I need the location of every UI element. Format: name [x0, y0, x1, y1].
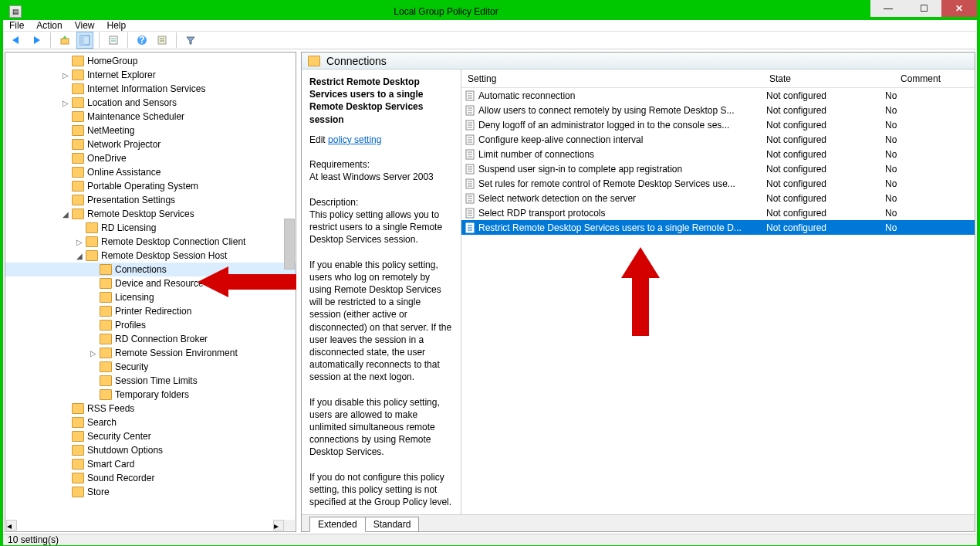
- menu-help[interactable]: Help: [107, 20, 127, 31]
- policy-icon: [465, 134, 475, 145]
- tree-node[interactable]: Search: [5, 415, 296, 429]
- tree-pane[interactable]: HomeGroup▷Internet ExplorerInternet Info…: [5, 52, 296, 532]
- setting-comment: No: [867, 222, 975, 233]
- tree-node[interactable]: Security Center: [5, 429, 296, 443]
- tree-node[interactable]: Smart Card: [5, 457, 296, 471]
- tree-node[interactable]: ▷Remote Session Environment: [5, 346, 296, 360]
- tree-node[interactable]: Profiles: [5, 318, 296, 332]
- tree-node[interactable]: Online Assistance: [5, 165, 296, 179]
- tree-node[interactable]: ▷Remote Desktop Connection Client: [5, 235, 296, 249]
- setting-state: Not configured: [766, 90, 867, 101]
- tab-extended[interactable]: Extended: [309, 517, 366, 532]
- tree-caret-icon[interactable]: ◢: [61, 209, 70, 219]
- list-header[interactable]: Setting State Comment: [461, 70, 975, 88]
- up-icon[interactable]: [56, 32, 73, 49]
- menu-view[interactable]: View: [75, 20, 95, 31]
- tree-node[interactable]: Device and Resource Redirection: [5, 276, 296, 290]
- setting-row[interactable]: Deny logoff of an administrator logged i…: [461, 117, 975, 132]
- show-hide-tree-icon[interactable]: [76, 32, 93, 49]
- close-button[interactable]: ✕: [941, 0, 977, 17]
- properties-icon[interactable]: [154, 32, 171, 49]
- tree-label: Location and Sensors: [87, 97, 177, 108]
- setting-row[interactable]: Limit number of connectionsNot configure…: [461, 147, 975, 161]
- setting-row[interactable]: Restrict Remote Desktop Services users t…: [461, 220, 975, 235]
- tree-caret-icon[interactable]: ▷: [89, 348, 98, 358]
- filter-icon[interactable]: [182, 32, 199, 49]
- folder-icon: [72, 139, 84, 150]
- help-icon[interactable]: ?: [133, 32, 150, 49]
- tree-node[interactable]: Licensing: [5, 290, 296, 304]
- minimize-button[interactable]: —: [870, 0, 906, 17]
- tab-standard[interactable]: Standard: [365, 517, 420, 532]
- tree-node[interactable]: ◢Remote Desktop Services: [5, 207, 296, 221]
- tree-node[interactable]: Sound Recorder: [5, 471, 296, 485]
- tree-node[interactable]: Network Projector: [5, 137, 296, 151]
- setting-name: Select RDP transport protocols: [478, 208, 766, 219]
- tree-node[interactable]: RD Licensing: [5, 221, 296, 235]
- setting-row[interactable]: Configure keep-alive connection interval…: [461, 132, 975, 147]
- tree-node[interactable]: Session Time Limits: [5, 374, 296, 388]
- setting-row[interactable]: Set rules for remote control of Remote D…: [461, 176, 975, 191]
- pane-header: Connections: [302, 53, 975, 70]
- folder-icon: [72, 473, 84, 483]
- scrollbar-thumb[interactable]: [284, 219, 295, 270]
- back-icon[interactable]: [8, 32, 25, 49]
- export-list-icon[interactable]: [105, 32, 122, 49]
- folder-icon: [72, 70, 84, 80]
- tree-caret-icon[interactable]: ◢: [75, 251, 84, 260]
- tree-node[interactable]: OneDrive: [5, 151, 296, 165]
- pane-title: Connections: [326, 55, 387, 67]
- scroll-right[interactable]: ▸: [273, 520, 284, 531]
- scroll-left[interactable]: ◂: [6, 520, 17, 531]
- tree-label: Sound Recorder: [87, 473, 154, 483]
- tree-node[interactable]: RSS Feeds: [5, 402, 296, 415]
- tree-node[interactable]: HomeGroup: [5, 54, 296, 68]
- tree-node[interactable]: Maintenance Scheduler: [5, 110, 296, 124]
- tree-node[interactable]: Portable Operating System: [5, 179, 296, 193]
- tree-node[interactable]: Security: [5, 360, 296, 374]
- setting-row[interactable]: Suspend user sign-in to complete app reg…: [461, 161, 975, 176]
- setting-name: Restrict Remote Desktop Services users t…: [478, 222, 766, 233]
- tree-node[interactable]: Store: [5, 485, 296, 499]
- col-state[interactable]: State: [766, 73, 867, 84]
- statusbar: 10 setting(s): [3, 534, 977, 545]
- tree-caret-icon[interactable]: ▷: [61, 70, 70, 80]
- detail-title: Restrict Remote Desktop Services users t…: [309, 76, 453, 126]
- tree-node[interactable]: Shutdown Options: [5, 443, 296, 457]
- folder-icon: [100, 292, 112, 303]
- setting-row[interactable]: Allow users to connect remotely by using…: [461, 103, 975, 117]
- tree-label: RSS Feeds: [87, 403, 134, 414]
- tree-node[interactable]: ▷Location and Sensors: [5, 96, 296, 110]
- tree-node[interactable]: Presentation Settings: [5, 193, 296, 207]
- col-setting[interactable]: Setting: [461, 73, 766, 84]
- tree-node[interactable]: Connections: [5, 263, 296, 276]
- tree-node[interactable]: ◢Remote Desktop Session Host: [5, 249, 296, 263]
- titlebar[interactable]: ▤ Local Group Policy Editor — ☐ ✕: [3, 3, 977, 20]
- maximize-button[interactable]: ☐: [906, 0, 941, 17]
- tree-node[interactable]: Printer Redirection: [5, 304, 296, 318]
- col-comment[interactable]: Comment: [867, 73, 975, 84]
- tree-caret-icon[interactable]: ▷: [75, 237, 84, 246]
- policy-setting-link[interactable]: policy setting: [328, 134, 381, 145]
- app-icon: ▤: [9, 5, 22, 18]
- menu-action[interactable]: Action: [36, 20, 62, 31]
- setting-row[interactable]: Automatic reconnectionNot configuredNo: [461, 88, 975, 103]
- tree-label: Remote Session Environment: [115, 348, 238, 358]
- forward-icon[interactable]: [28, 32, 45, 49]
- tree-node[interactable]: RD Connection Broker: [5, 332, 296, 346]
- menu-file[interactable]: File: [9, 20, 24, 31]
- tree-label: Smart Card: [87, 459, 134, 470]
- tree-caret-icon[interactable]: ▷: [61, 98, 70, 107]
- setting-comment: No: [867, 105, 975, 116]
- tree-node[interactable]: Temporary folders: [5, 388, 296, 402]
- setting-row[interactable]: Select network detection on the serverNo…: [461, 191, 975, 205]
- tree-label: Security: [115, 361, 148, 372]
- tree-node[interactable]: ▷Internet Explorer: [5, 68, 296, 82]
- tree-label: Profiles: [115, 320, 146, 331]
- setting-comment: No: [867, 90, 975, 101]
- tree-node[interactable]: Internet Information Services: [5, 82, 296, 96]
- folder-icon: [72, 97, 84, 108]
- tree-node[interactable]: NetMeeting: [5, 124, 296, 137]
- tree-caret-icon: [61, 195, 70, 205]
- setting-row[interactable]: Select RDP transport protocolsNot config…: [461, 205, 975, 220]
